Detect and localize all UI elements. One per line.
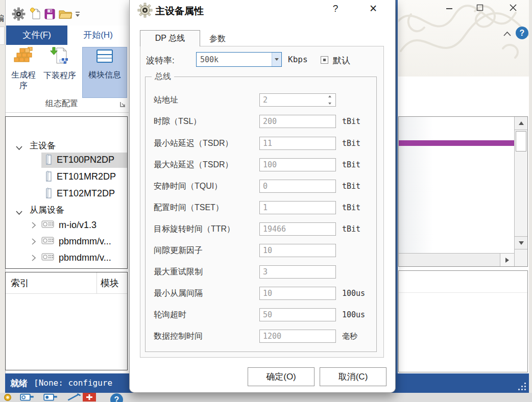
tab-file[interactable]: 文件(F) [6,26,67,45]
network-canvas[interactable] [399,117,514,253]
poll-timeout-input[interactable]: 50 [259,308,336,321]
help-circle-icon[interactable]: ? [110,393,123,402]
baud-rate-label: 波特率: [146,55,175,66]
chevron-right-icon[interactable] [32,254,36,263]
toolbar-overflow-icon[interactable] [75,10,80,19]
tsl-input[interactable]: 200 [259,115,336,128]
horizontal-scrollbar[interactable] [399,253,514,266]
station-address-input[interactable]: 2 [259,93,336,107]
add-badge-icon[interactable] [83,393,96,401]
scroll-down-button[interactable] [515,236,527,249]
gap-factor-input[interactable]: 10 [259,244,336,257]
field-row-tsl: 时隙（TSL） 200 tBit [130,114,396,129]
tree-group-master[interactable]: 主设备 [30,140,56,152]
slave-device-icon [41,253,54,264]
field-unit: 100us [342,308,365,322]
dropdown-arrow-icon[interactable] [272,53,281,66]
grid-column-module[interactable]: 模块 [101,277,119,289]
scroll-up-button[interactable] [515,117,527,130]
field-row-data-control-time: 数据控制时间 1200 毫秒 [130,329,396,343]
field-row-retry-limit: 最大重试限制 3 [130,265,396,279]
min-tsdr-input[interactable]: 11 [259,137,336,150]
new-file-icon[interactable] [30,8,41,22]
tset-input[interactable]: 1 [259,201,336,214]
field-row-tset: 配置时间（TSET） 1 tBit [130,200,396,215]
download-program-button[interactable]: 下装程序 [38,47,81,81]
info-tool-icon[interactable] [42,393,59,402]
retry-limit-input[interactable]: 3 [259,265,336,279]
tab-start[interactable]: 开始(H) [67,26,129,45]
device-tool-icon[interactable] [18,393,36,402]
generate-program-button[interactable]: 生成程序 [10,47,37,91]
vertical-scrollbar[interactable] [514,117,527,266]
data-control-time-input[interactable]: 1200 [259,330,336,343]
bus-line[interactable] [399,140,514,146]
master-device-icon [44,187,53,202]
field-label: 目标旋转时间（TTR） [154,222,235,236]
settings-gear-icon[interactable] [12,7,26,23]
tree-item-m-io[interactable]: m-io/v1.3 [59,220,96,231]
help-button[interactable]: ? [516,27,528,39]
field-row-max-tsdr: 最大站延迟（TSDR） 100 tBit [130,158,396,172]
collapse-ribbon-icon[interactable] [502,31,512,40]
chevron-down-icon[interactable] [16,208,22,217]
dialog-title: 主设备属性 [155,5,204,18]
chevron-right-icon[interactable] [32,221,36,231]
field-unit: tBit [342,158,360,172]
max-tsdr-input[interactable]: 100 [259,158,336,171]
master-device-icon [44,154,53,168]
detail-header-line [399,292,527,293]
field-label: 最大站延迟（TSDR） [154,158,233,172]
field-label: 最小从属间隔 [154,286,203,300]
field-label: 数据控制时间 [154,329,203,343]
title-bar-right: ? [398,0,529,77]
bus-groupbox-legend: 总线 [152,71,174,82]
scroll-right-button[interactable] [500,254,514,266]
spinner-control[interactable] [328,95,333,105]
edit-tool-icon[interactable] [65,393,83,402]
tree-item-et101mr2dp[interactable]: ET101MR2DP [57,171,116,182]
dialog-close-button[interactable]: × [366,1,381,16]
master-device-icon [44,170,53,185]
download-program-label: 下装程序 [43,71,76,80]
tab-dp-bus[interactable]: DP 总线 [140,30,200,46]
module-info-label: 模块信息 [88,70,121,79]
field-label: 站地址 [154,93,178,107]
baud-rate-dropdown[interactable]: 500k [196,52,282,67]
grid-column-index[interactable]: 索引 [11,277,29,289]
minimize-button[interactable] [442,3,457,15]
gear-icon[interactable] [1,393,14,402]
cancel-button[interactable]: 取消(C) [320,367,386,386]
chevron-right-icon[interactable] [32,238,36,247]
maximize-button[interactable] [472,3,488,15]
field-label: 轮询超时 [154,308,186,322]
tree-item-et100pn2dp[interactable]: ET100PN2DP [57,155,114,165]
chevron-down-icon[interactable] [16,143,22,152]
module-info-button[interactable]: 模块信息 [82,47,127,98]
save-icon[interactable] [44,9,55,21]
baud-rate-value: 500k [200,55,219,64]
close-button[interactable] [505,3,521,15]
ribbon-group-label: 组态配置 [6,98,118,109]
resize-grip[interactable] [517,381,526,390]
field-row-min-tsdr: 最小站延迟（TSDR） 11 tBit [130,136,396,150]
min-slave-interval-input[interactable]: 10 [259,287,336,300]
tab-parameters[interactable]: 参数 [201,32,234,46]
ok-button[interactable]: 确定(O) [248,367,315,386]
tqui-input[interactable]: 0 [259,180,336,193]
default-checkbox-label: 默认 [333,55,350,66]
field-label: 时隙（TSL） [154,114,201,129]
vertical-scroll-thumb[interactable] [516,131,526,152]
dialog-help-button[interactable]: ? [329,3,342,16]
default-checkbox[interactable] [321,56,328,64]
tree-item-et102mt2dp[interactable]: ET102MT2DP [57,188,115,199]
tree-item-pbmdmm-1[interactable]: pbmdmm/v... [59,236,111,247]
field-unit: tBit [342,136,360,150]
open-folder-icon[interactable] [59,9,72,21]
tree-group-slave[interactable]: 从属设备 [30,204,64,216]
ttr-input[interactable]: 19466 [259,222,336,236]
field-label: 安静时间（TQUI） [154,179,222,193]
master-device-properties-dialog: 主设备属性 ? × DP 总线 参数 波特率: 500k Kbps 默认 总线 … [129,0,396,393]
tree-item-pbmdmm-2[interactable]: pbmdmm/v... [59,253,111,263]
dialog-launcher-icon[interactable] [120,100,126,109]
